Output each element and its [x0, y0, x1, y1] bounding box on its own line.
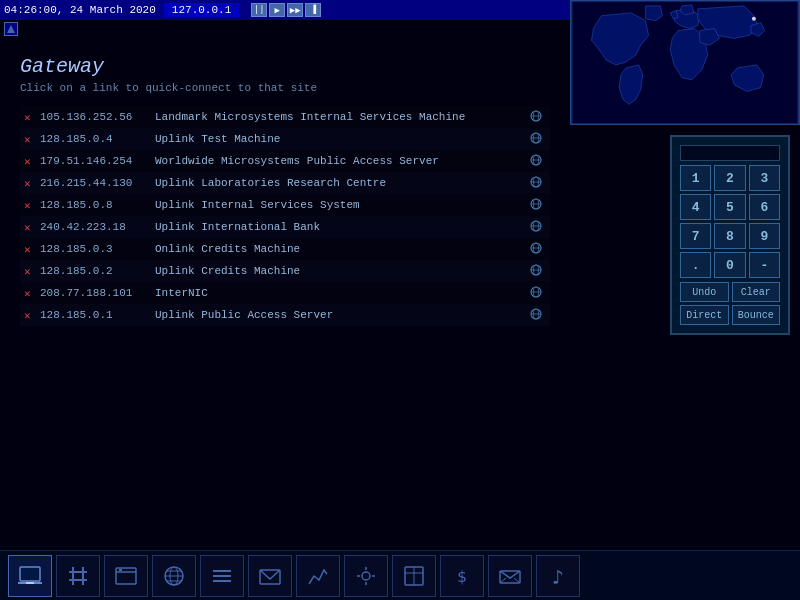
table-row[interactable]: ✕ 128.185.0.4 Uplink Test Machine: [20, 128, 550, 150]
connection-ip: 240.42.223.18: [40, 221, 155, 233]
link-icon[interactable]: [526, 110, 546, 125]
taskbar-hash-icon[interactable]: [56, 555, 100, 597]
numpad-key-7[interactable]: 7: [680, 223, 711, 249]
link-icon[interactable]: [526, 198, 546, 213]
gateway-subtitle: Click on a link to quick-connect to that…: [20, 82, 550, 94]
taskbar-bars-icon[interactable]: [200, 555, 244, 597]
close-icon[interactable]: ✕: [24, 287, 40, 300]
numpad-key-6[interactable]: 6: [749, 194, 780, 220]
connection-ip: 128.185.0.2: [40, 265, 155, 277]
stop-btn[interactable]: ▐: [305, 3, 321, 17]
taskbar-globe-icon[interactable]: [152, 555, 196, 597]
close-icon[interactable]: ✕: [24, 221, 40, 234]
connection-name[interactable]: Uplink Credits Machine: [155, 265, 526, 277]
numpad-action-row: Undo Clear Direct Bounce: [680, 282, 780, 325]
close-icon[interactable]: ✕: [24, 243, 40, 256]
connection-name[interactable]: Worldwide Microsystems Public Access Ser…: [155, 155, 526, 167]
link-icon[interactable]: [526, 154, 546, 169]
taskbar-window-icon[interactable]: [104, 555, 148, 597]
connection-name[interactable]: Onlink Credits Machine: [155, 243, 526, 255]
connection-name[interactable]: Landmark Microsystems Internal Services …: [155, 111, 526, 123]
svg-marker-0: [7, 25, 15, 33]
close-icon[interactable]: ✕: [24, 155, 40, 168]
direct-button[interactable]: Direct: [680, 305, 729, 325]
svg-text:♪: ♪: [552, 565, 564, 589]
bounce-button[interactable]: Bounce: [732, 305, 781, 325]
close-icon[interactable]: ✕: [24, 199, 40, 212]
svg-rect-36: [22, 569, 38, 579]
connection-name[interactable]: Uplink Internal Services System: [155, 199, 526, 211]
connection-ip: 105.136.252.56: [40, 111, 155, 123]
link-icon[interactable]: [526, 264, 546, 279]
gateway-title: Gateway: [20, 55, 550, 78]
connection-ip: 128.185.0.1: [40, 309, 155, 321]
taskbar-envelope-icon[interactable]: [488, 555, 532, 597]
numpad-key-5[interactable]: 5: [714, 194, 745, 220]
table-row[interactable]: ✕ 105.136.252.56 Landmark Microsystems I…: [20, 106, 550, 128]
link-icon[interactable]: [526, 286, 546, 301]
table-row[interactable]: ✕ 240.42.223.18 Uplink International Ban…: [20, 216, 550, 238]
taskbar-settings-icon[interactable]: [344, 555, 388, 597]
connection-ip: 128.185.0.4: [40, 133, 155, 145]
numpad-key-4[interactable]: 4: [680, 194, 711, 220]
connection-name[interactable]: Uplink Public Access Server: [155, 309, 526, 321]
numpad-key-2[interactable]: 2: [714, 165, 745, 191]
close-icon[interactable]: ✕: [24, 133, 40, 146]
taskbar-chart-icon[interactable]: [296, 555, 340, 597]
taskbar-box-icon[interactable]: [392, 555, 436, 597]
connection-name[interactable]: Uplink International Bank: [155, 221, 526, 233]
svg-text:$: $: [457, 567, 467, 586]
svg-point-53: [362, 572, 370, 580]
svg-rect-43: [119, 569, 122, 571]
numpad-key--[interactable]: -: [749, 252, 780, 278]
table-row[interactable]: ✕ 128.185.0.3 Onlink Credits Machine: [20, 238, 550, 260]
topbar-time: 04:26:00, 24 March 2020: [4, 4, 156, 16]
taskbar: $ ♪: [0, 550, 800, 600]
table-row[interactable]: ✕ 208.77.188.101 InterNIC: [20, 282, 550, 304]
world-map: [570, 0, 800, 125]
table-row[interactable]: ✕ 216.215.44.130 Uplink Laboratories Res…: [20, 172, 550, 194]
numpad-key-1[interactable]: 1: [680, 165, 711, 191]
close-icon[interactable]: ✕: [24, 265, 40, 278]
close-icon[interactable]: ✕: [24, 309, 40, 322]
taskbar-laptop-icon[interactable]: [8, 555, 52, 597]
connection-ip: 208.77.188.101: [40, 287, 155, 299]
pause-btn[interactable]: ||: [251, 3, 267, 17]
numpad-display: [680, 145, 780, 161]
link-icon[interactable]: [526, 176, 546, 191]
link-icon[interactable]: [526, 132, 546, 147]
connection-name[interactable]: Uplink Test Machine: [155, 133, 526, 145]
link-icon[interactable]: [526, 308, 546, 323]
close-icon[interactable]: ✕: [24, 111, 40, 124]
numpad-key-9[interactable]: 9: [749, 223, 780, 249]
connection-ip: 128.185.0.3: [40, 243, 155, 255]
table-row[interactable]: ✕ 128.185.0.1 Uplink Public Access Serve…: [20, 304, 550, 326]
table-row[interactable]: ✕ 128.185.0.8 Uplink Internal Services S…: [20, 194, 550, 216]
status-icon: [4, 22, 18, 36]
taskbar-music-icon[interactable]: ♪: [536, 555, 580, 597]
ffwd-btn[interactable]: ▶▶: [287, 3, 303, 17]
connection-ip: 128.185.0.8: [40, 199, 155, 211]
numpad-key-.[interactable]: .: [680, 252, 711, 278]
connection-ip: 179.51.146.254: [40, 155, 155, 167]
link-icon[interactable]: [526, 242, 546, 257]
clear-button[interactable]: Clear: [732, 282, 781, 302]
undo-button[interactable]: Undo: [680, 282, 729, 302]
numpad-key-0[interactable]: 0: [714, 252, 745, 278]
table-row[interactable]: ✕ 128.185.0.2 Uplink Credits Machine: [20, 260, 550, 282]
connection-list: ✕ 105.136.252.56 Landmark Microsystems I…: [20, 106, 550, 326]
close-icon[interactable]: ✕: [24, 177, 40, 190]
connection-name[interactable]: InterNIC: [155, 287, 526, 299]
table-row[interactable]: ✕ 179.51.146.254 Worldwide Microsystems …: [20, 150, 550, 172]
taskbar-mail-icon[interactable]: [248, 555, 292, 597]
connection-name[interactable]: Uplink Laboratories Research Centre: [155, 177, 526, 189]
gateway-panel: Gateway Click on a link to quick-connect…: [20, 55, 550, 326]
link-icon[interactable]: [526, 220, 546, 235]
topbar-ip: 127.0.0.1: [164, 3, 239, 17]
numpad-panel: 123456789.0- Undo Clear Direct Bounce: [670, 135, 790, 335]
play-btn[interactable]: ▶: [269, 3, 285, 17]
taskbar-money-icon[interactable]: $: [440, 555, 484, 597]
numpad-key-3[interactable]: 3: [749, 165, 780, 191]
numpad-key-8[interactable]: 8: [714, 223, 745, 249]
topbar-controls: || ▶ ▶▶ ▐: [251, 3, 321, 17]
